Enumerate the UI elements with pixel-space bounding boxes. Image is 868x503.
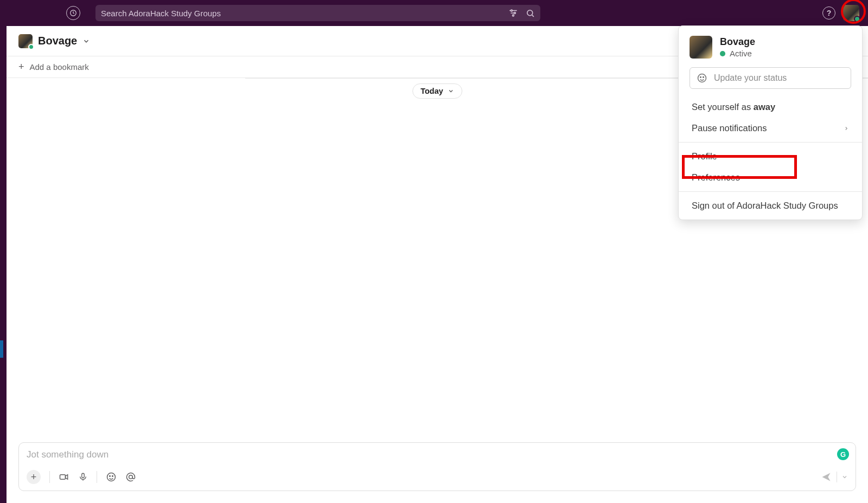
user-menu-status: Active xyxy=(720,49,755,58)
svg-point-2 xyxy=(514,12,516,14)
search-input[interactable] xyxy=(101,9,508,18)
svg-rect-6 xyxy=(82,473,85,478)
add-bookmark-label: Add a bookmark xyxy=(30,62,89,72)
left-rail xyxy=(0,26,7,503)
send-icon[interactable] xyxy=(820,472,832,482)
divider xyxy=(679,142,862,143)
composer-toolbar: + xyxy=(27,470,848,484)
svg-point-4 xyxy=(527,10,533,15)
update-status-label: Update your status xyxy=(714,73,787,83)
search-icon[interactable] xyxy=(526,9,535,18)
send-options-icon[interactable] xyxy=(841,474,848,480)
date-pill-label: Today xyxy=(420,87,443,95)
set-away-button[interactable]: Set yourself as away xyxy=(679,96,862,118)
history-button[interactable] xyxy=(66,6,80,20)
channel-avatar-wrap xyxy=(18,34,33,48)
svg-point-13 xyxy=(703,77,704,78)
user-menu: Bovage Active Update your status Set you… xyxy=(678,25,863,220)
update-status-button[interactable]: Update your status xyxy=(690,67,851,89)
chevron-right-icon xyxy=(844,125,849,132)
channel-title[interactable]: Bovage xyxy=(38,35,77,47)
video-icon[interactable] xyxy=(59,472,69,482)
svg-point-7 xyxy=(107,473,116,481)
chevron-down-icon[interactable] xyxy=(82,37,90,45)
user-avatar-button[interactable] xyxy=(843,5,859,21)
svg-point-8 xyxy=(110,476,111,477)
sign-out-label: Sign out of AdoraHack Study Groups xyxy=(692,201,838,211)
user-menu-header: Bovage Active xyxy=(679,26,862,64)
emoji-icon[interactable] xyxy=(106,472,117,482)
mention-icon[interactable] xyxy=(125,472,136,482)
filter-icon[interactable] xyxy=(508,8,518,18)
profile-label: Profile xyxy=(692,151,717,162)
divider xyxy=(837,472,837,482)
divider xyxy=(679,191,862,192)
svg-point-1 xyxy=(511,10,513,11)
preferences-button[interactable]: Preferences xyxy=(679,167,862,188)
date-pill[interactable]: Today xyxy=(412,83,462,99)
svg-point-10 xyxy=(129,475,133,479)
divider xyxy=(97,471,97,483)
set-away-bold: away xyxy=(754,102,775,112)
microphone-icon[interactable] xyxy=(78,472,88,482)
rail-accent xyxy=(0,340,3,358)
topbar: ? xyxy=(0,0,868,26)
user-menu-name: Bovage xyxy=(720,36,755,48)
status-label: Active xyxy=(730,49,752,58)
profile-button[interactable]: Profile xyxy=(679,146,862,167)
grammarly-icon[interactable]: G xyxy=(837,448,849,460)
svg-point-12 xyxy=(700,77,701,78)
sign-out-button[interactable]: Sign out of AdoraHack Study Groups xyxy=(679,195,862,220)
search-bar[interactable] xyxy=(95,5,540,21)
divider xyxy=(49,471,50,483)
svg-point-3 xyxy=(513,15,514,16)
presence-dot-icon xyxy=(854,16,860,22)
composer: G + xyxy=(18,442,856,491)
avatar-icon xyxy=(690,36,712,59)
set-away-prefix: Set yourself as xyxy=(692,102,754,112)
plus-icon: + xyxy=(18,61,24,73)
svg-point-9 xyxy=(112,476,113,477)
pause-notifications-label: Pause notifications xyxy=(692,123,767,133)
presence-dot-icon xyxy=(28,44,34,50)
composer-wrap: G + xyxy=(7,442,868,503)
preferences-label: Preferences xyxy=(692,172,740,183)
svg-point-11 xyxy=(698,74,706,82)
message-input[interactable] xyxy=(27,449,848,460)
pause-notifications-button[interactable]: Pause notifications xyxy=(679,118,862,139)
presence-dot-icon xyxy=(720,51,725,56)
svg-rect-5 xyxy=(60,475,66,479)
attach-button[interactable]: + xyxy=(27,470,41,484)
help-button[interactable]: ? xyxy=(822,7,835,20)
